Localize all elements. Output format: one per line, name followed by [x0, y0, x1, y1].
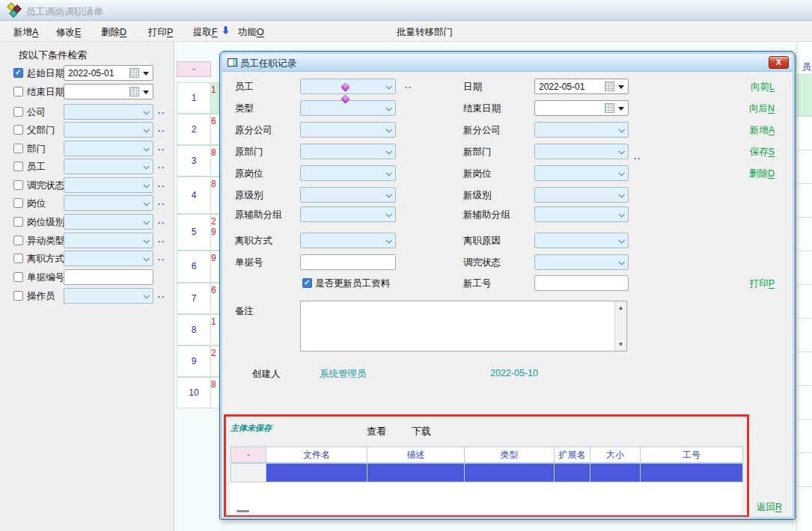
filter-checkbox-岗位[interactable] — [13, 198, 23, 208]
filter-checkbox-公司[interactable] — [13, 107, 23, 117]
filter-combo-员工[interactable] — [64, 159, 153, 174]
filter-checkbox-单据编号[interactable] — [13, 272, 23, 282]
grid-row-number[interactable]: 1 — [177, 82, 211, 114]
filter-checkbox-岗位级别[interactable] — [13, 217, 23, 227]
grid-row-number[interactable]: 2 — [177, 114, 211, 145]
more-options-dots[interactable]: .. — [158, 197, 165, 206]
field-input-单据号[interactable] — [300, 254, 396, 270]
grid-row-number[interactable]: 9 — [177, 346, 211, 377]
field-combo-原级别[interactable] — [300, 187, 396, 203]
field-combo-新级别[interactable] — [534, 187, 629, 203]
more-options-dots[interactable]: .. — [158, 161, 165, 170]
grid-corner-header[interactable]: - — [177, 61, 211, 77]
horizontal-scrollbar-thumb[interactable] — [236, 510, 249, 512]
nav-button-3[interactable]: 新增A — [750, 124, 775, 137]
attachment-row-cell[interactable] — [555, 463, 590, 482]
more-options-dots[interactable]: .. — [634, 152, 641, 161]
nav-button-1[interactable]: 向前L — [751, 81, 775, 93]
print-button[interactable]: 打印P — [750, 277, 775, 290]
more-options-dots[interactable]: .. — [405, 81, 412, 90]
grid-row-number[interactable]: 3 — [177, 145, 211, 177]
attachment-column-header[interactable]: 文件名 — [266, 446, 367, 463]
field-combo-调完状态[interactable] — [534, 254, 629, 270]
filter-checkbox-调完状态[interactable] — [13, 180, 23, 190]
field-date-日期[interactable]: 2022-05-01 — [534, 79, 629, 94]
filter-date-结束日期[interactable] — [64, 84, 153, 99]
nav-button-4[interactable]: 保存S — [750, 146, 775, 159]
return-button[interactable]: 返回R — [757, 501, 782, 514]
toolbar-button-5[interactable]: 提取F — [193, 26, 218, 39]
filter-checkbox-起始日期[interactable] — [13, 68, 23, 78]
attachment-column-header[interactable]: - — [231, 446, 266, 463]
attachment-column-header[interactable]: 描述 — [367, 446, 465, 463]
filter-combo-操作员[interactable] — [64, 288, 153, 304]
more-options-dots[interactable]: .. — [158, 179, 165, 188]
more-options-dots[interactable]: .. — [158, 106, 165, 115]
nav-button-2[interactable]: 向后N — [749, 102, 775, 115]
remark-textarea[interactable]: ▲ ▼ — [300, 301, 627, 352]
attachment-table-selected-row[interactable] — [231, 463, 743, 482]
grid-row-number[interactable]: 6 — [177, 251, 211, 283]
more-options-dots[interactable]: .. — [158, 124, 165, 133]
filter-combo-岗位级别[interactable] — [64, 214, 153, 230]
attachment-column-header[interactable]: 工号 — [641, 446, 743, 463]
download-button[interactable]: 下载 — [412, 425, 431, 438]
field-combo-新分公司[interactable] — [534, 122, 629, 138]
filter-combo-调完状态[interactable] — [64, 177, 153, 193]
more-options-dots[interactable]: .. — [158, 290, 165, 299]
filter-checkbox-员工[interactable] — [13, 162, 23, 171]
filter-checkbox-结束日期[interactable] — [13, 87, 23, 96]
filter-date-起始日期[interactable]: 2022-05-01 — [64, 65, 153, 81]
filter-combo-异动类型[interactable] — [64, 233, 153, 248]
attachment-row-cell[interactable] — [266, 463, 367, 482]
field-combo-原分公司[interactable] — [300, 122, 396, 138]
toolbar-button-4[interactable]: 打印P — [148, 26, 173, 39]
attachment-column-header[interactable]: 类型 — [465, 446, 555, 463]
attachment-column-header[interactable]: 扩展名 — [555, 446, 590, 463]
more-options-dots[interactable]: .. — [158, 143, 165, 152]
attachment-row-cell[interactable] — [641, 463, 743, 482]
more-options-dots[interactable]: .. — [158, 253, 165, 262]
dialog-titlebar[interactable]: 员工任职记录 X — [222, 54, 793, 72]
filter-combo-部门[interactable] — [64, 141, 153, 156]
field-combo-原岗位[interactable] — [300, 165, 396, 181]
field-combo-离职方式[interactable] — [300, 233, 396, 248]
attachment-row-cell[interactable] — [367, 463, 465, 482]
toolbar-button-3[interactable]: 删除D — [101, 26, 126, 39]
filter-checkbox-父部门[interactable] — [13, 125, 23, 135]
field-combo-新部门[interactable] — [534, 144, 629, 159]
grid-row-number[interactable]: 5 — [177, 214, 211, 251]
grid-row-number[interactable]: 7 — [177, 283, 211, 314]
batch-transfer-button[interactable]: 批量转移部门 — [397, 26, 453, 39]
field-combo-类型[interactable] — [300, 100, 396, 116]
toolbar-button-1[interactable]: 新增A — [13, 26, 38, 39]
filter-combo-离职方式[interactable] — [64, 251, 153, 266]
field-combo-新辅助分组[interactable] — [534, 206, 629, 222]
remark-scrollbar[interactable]: ▲ ▼ — [614, 301, 626, 351]
nav-button-5[interactable]: 删除D — [749, 168, 775, 180]
field-combo-原辅助分组[interactable] — [300, 206, 396, 222]
field-combo-原部门[interactable] — [300, 144, 396, 159]
scroll-down-icon[interactable]: ▼ — [615, 341, 626, 348]
filter-checkbox-部门[interactable] — [13, 144, 23, 153]
attachment-row-cell[interactable] — [590, 463, 641, 482]
filter-checkbox-异动类型[interactable] — [13, 236, 23, 245]
filter-checkbox-离职方式[interactable] — [13, 254, 23, 263]
field-input-新工号[interactable] — [534, 275, 629, 291]
attachment-row-cell[interactable] — [465, 463, 555, 482]
filter-combo-公司[interactable] — [64, 104, 153, 120]
more-options-dots[interactable]: .. — [158, 216, 165, 225]
scroll-up-icon[interactable]: ▲ — [615, 304, 626, 311]
filter-checkbox-操作员[interactable] — [13, 291, 23, 301]
more-options-dots[interactable]: .. — [158, 235, 165, 244]
attachment-row-cell[interactable] — [231, 463, 266, 482]
field-date-结束日期[interactable] — [534, 100, 629, 116]
grid-row-number[interactable]: 8 — [177, 314, 211, 346]
filter-combo-父部门[interactable] — [64, 122, 153, 138]
grid-row-number[interactable]: 10 — [177, 377, 211, 408]
function-dropdown-arrow-icon[interactable]: ⬇ — [222, 25, 230, 36]
toolbar-button-2[interactable]: 修改E — [56, 26, 81, 39]
close-icon[interactable]: X — [769, 56, 789, 69]
grid-row-number[interactable]: 4 — [177, 177, 211, 214]
view-button[interactable]: 查看 — [367, 425, 386, 438]
